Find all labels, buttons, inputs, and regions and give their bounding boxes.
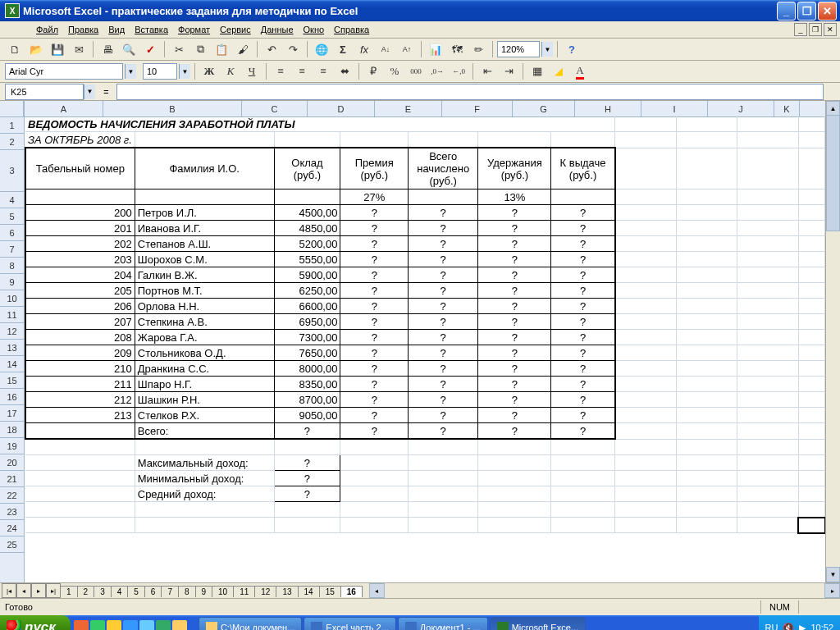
cell[interactable]: ?: [409, 314, 478, 330]
taskbar-item[interactable]: Excel часть 2...: [304, 617, 395, 630]
cell[interactable]: ?: [340, 392, 409, 408]
italic-icon[interactable]: К: [221, 62, 240, 81]
cell[interactable]: 206: [25, 299, 135, 314]
cell[interactable]: [409, 518, 478, 533]
cell[interactable]: ?: [340, 361, 409, 377]
row-header[interactable]: 9: [0, 274, 24, 290]
language-indicator[interactable]: RU: [765, 623, 778, 630]
cell[interactable]: [798, 486, 824, 502]
column-header[interactable]: C: [242, 101, 308, 116]
cell[interactable]: 7300,00: [274, 330, 340, 345]
cell[interactable]: Фамилия И.О.: [135, 148, 274, 189]
cell[interactable]: 5900,00: [274, 267, 340, 283]
hyperlink-icon[interactable]: 🌐: [312, 39, 331, 59]
cell[interactable]: [737, 205, 798, 221]
cell[interactable]: [798, 252, 824, 267]
row-header[interactable]: 22: [0, 487, 24, 504]
cell[interactable]: ?: [340, 377, 409, 392]
cell[interactable]: [25, 502, 135, 518]
cell[interactable]: [737, 314, 798, 330]
row-header[interactable]: 12: [0, 323, 24, 340]
cell[interactable]: [615, 132, 677, 148]
cell[interactable]: 27%: [340, 189, 409, 205]
cell[interactable]: [551, 455, 615, 471]
cell[interactable]: [798, 455, 824, 471]
copy-icon[interactable]: ⧉: [190, 39, 210, 59]
cell[interactable]: [677, 330, 737, 345]
cell[interactable]: ?: [409, 221, 478, 236]
scroll-thumb[interactable]: [826, 115, 840, 231]
preview-icon[interactable]: 🔍: [119, 39, 139, 59]
cell[interactable]: Шашкин Р.Н.: [135, 392, 274, 408]
cell[interactable]: [25, 189, 135, 205]
cut-icon[interactable]: ✂: [169, 39, 189, 59]
cell[interactable]: ?: [551, 252, 615, 267]
cell[interactable]: [798, 502, 824, 518]
menu-tools[interactable]: Сервис: [215, 23, 256, 36]
cell[interactable]: [798, 132, 824, 148]
cell[interactable]: ?: [409, 392, 478, 408]
cell[interactable]: [615, 267, 677, 283]
cell[interactable]: [798, 345, 824, 361]
cell[interactable]: [25, 439, 135, 455]
borders-icon[interactable]: ▦: [527, 62, 547, 81]
row-header[interactable]: 5: [0, 208, 24, 225]
cell[interactable]: ?: [409, 205, 478, 221]
cell[interactable]: ?: [478, 377, 551, 392]
cell[interactable]: ?: [274, 471, 340, 486]
cell[interactable]: 201: [25, 221, 135, 236]
sheet-tab[interactable]: 8: [178, 586, 196, 597]
cell[interactable]: ?: [409, 423, 478, 440]
cell[interactable]: [615, 455, 677, 471]
cell[interactable]: [615, 408, 677, 423]
cell[interactable]: ?: [478, 236, 551, 252]
cell[interactable]: [615, 189, 677, 205]
start-button[interactable]: пуск: [0, 615, 71, 630]
cell[interactable]: [677, 518, 737, 533]
cell[interactable]: [798, 189, 824, 205]
column-header[interactable]: J: [708, 101, 774, 116]
cell[interactable]: Удержания (руб.): [478, 148, 551, 189]
cell[interactable]: ?: [340, 236, 409, 252]
sheet-tab[interactable]: 5: [127, 586, 145, 597]
cell[interactable]: [615, 486, 677, 502]
cell[interactable]: [677, 408, 737, 423]
cell[interactable]: [737, 148, 798, 189]
cell[interactable]: [737, 392, 798, 408]
sheet-tab[interactable]: 12: [254, 586, 276, 597]
doc-restore-button[interactable]: ❐: [809, 23, 822, 36]
cell[interactable]: [677, 423, 737, 440]
cell[interactable]: [737, 502, 798, 518]
cell[interactable]: [798, 518, 824, 533]
cell[interactable]: [409, 439, 478, 455]
row-header[interactable]: 2: [0, 134, 24, 150]
cell[interactable]: [737, 518, 798, 533]
cell[interactable]: [615, 345, 677, 361]
cell[interactable]: [677, 361, 737, 377]
redo-icon[interactable]: ↷: [283, 39, 303, 59]
cell[interactable]: [677, 236, 737, 252]
cell[interactable]: 212: [25, 392, 135, 408]
sheet-tab[interactable]: 10: [212, 586, 234, 597]
formula-input[interactable]: [116, 84, 824, 100]
menu-help[interactable]: Справка: [329, 23, 374, 36]
cell[interactable]: [798, 361, 824, 377]
cell[interactable]: Шорохов С.М.: [135, 252, 274, 267]
cell[interactable]: [340, 439, 409, 455]
sheet-tab[interactable]: 14: [298, 586, 320, 597]
cell[interactable]: ?: [409, 330, 478, 345]
cell[interactable]: [737, 252, 798, 267]
save-icon[interactable]: 💾: [48, 39, 67, 59]
cell[interactable]: [615, 314, 677, 330]
cell[interactable]: [737, 455, 798, 471]
underline-icon[interactable]: Ч: [242, 62, 262, 81]
cell[interactable]: [478, 486, 551, 502]
cell[interactable]: [798, 471, 824, 486]
tray-icon[interactable]: ▶: [799, 623, 806, 631]
doc-minimize-button[interactable]: _: [794, 23, 807, 36]
cell[interactable]: [798, 408, 824, 423]
sheet-tab[interactable]: 1: [60, 586, 78, 597]
row-header[interactable]: 23: [0, 504, 24, 520]
cell[interactable]: [798, 148, 824, 189]
row-header[interactable]: 24: [0, 520, 24, 536]
